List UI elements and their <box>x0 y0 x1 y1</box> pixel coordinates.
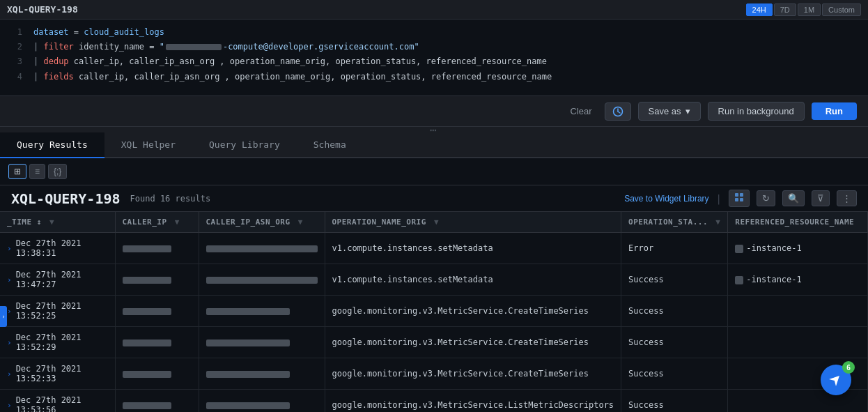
resource-icon <box>735 276 743 284</box>
clock-button[interactable] <box>605 102 631 121</box>
svg-line-2 <box>618 112 620 113</box>
refresh-icon-button[interactable]: ↻ <box>757 190 775 206</box>
tab-xql-helper[interactable]: XQL Helper <box>104 132 192 158</box>
redacted-ip <box>123 402 171 409</box>
cell-asn-org <box>199 327 325 358</box>
cell-op-name: google.monitoring.v3.MetricService.Creat… <box>325 296 621 327</box>
tab-query-results[interactable]: Query Results <box>0 132 104 158</box>
cell-op-status: Success <box>621 327 728 358</box>
tab-schema[interactable]: Schema <box>297 132 363 158</box>
time-btn-1m[interactable]: 1M <box>798 3 821 16</box>
row-expand-icon[interactable]: › <box>7 369 12 379</box>
cell-time: ›Dec 27th 2021 13:52:25 <box>0 296 115 327</box>
table-row[interactable]: ›Dec 27th 2021 13:52:25google.monitoring… <box>0 296 868 327</box>
op-name-filter-icon[interactable]: ▼ <box>434 218 439 227</box>
header-actions: Save to Widget Library | ↻ 🔍 <box>624 190 857 207</box>
cell-op-status: Success <box>621 390 728 413</box>
cell-op-name: google.monitoring.v3.MetricService.Creat… <box>325 358 621 390</box>
time-filter-icon[interactable]: ▼ <box>49 218 54 227</box>
table-row[interactable]: ›Dec 27th 2021 13:53:56google.monitoring… <box>0 390 868 413</box>
line-content: | filter identity_name = "-compute@devel… <box>33 40 419 54</box>
cell-op-name: google.monitoring.v3.MetricService.ListM… <box>325 390 621 413</box>
col-header-op-name[interactable]: OPERATION_NAME_ORIG ▼ <box>325 212 621 233</box>
redacted-ip <box>123 371 171 378</box>
time-btn-24h[interactable]: 24H <box>746 3 773 16</box>
row-expand-icon[interactable]: › <box>7 338 12 347</box>
redacted-ip <box>123 277 171 284</box>
table-row[interactable]: ›Dec 27th 2021 13:47:27v1.compute.instan… <box>0 264 868 296</box>
format-table-button[interactable]: ⊞ <box>8 164 26 179</box>
action-toolbar: Clear Save as ▾ Run in background Run <box>0 96 868 127</box>
cell-asn-org <box>199 264 325 296</box>
fab-icon <box>829 372 843 388</box>
redacted-asn <box>206 308 290 315</box>
format-bar: ⊞ ≡ {;} <box>0 158 868 185</box>
cell-caller-ip <box>115 390 199 413</box>
fab-button[interactable]: 6 <box>821 365 851 395</box>
editor-line-3: 3 | dedup caller_ip, caller_ip_asn_org ,… <box>0 54 868 69</box>
row-expand-icon[interactable]: › <box>7 307 12 316</box>
line-number: 3 <box>6 55 22 68</box>
redacted-asn <box>206 277 318 284</box>
search-icon-button[interactable]: 🔍 <box>782 190 805 206</box>
save-as-button[interactable]: Save as ▾ <box>638 102 701 121</box>
format-json-button[interactable]: {;} <box>48 164 67 179</box>
clear-button[interactable]: Clear <box>565 103 598 119</box>
cell-ref-resource <box>728 327 868 358</box>
resize-handle[interactable]: ⋯ <box>0 127 868 132</box>
cell-time: ›Dec 27th 2021 13:52:33 <box>0 358 115 390</box>
run-background-button[interactable]: Run in background <box>708 102 805 121</box>
top-bar: XQL-QUERY-198 24H 7D 1M Custom <box>0 0 868 20</box>
expand-panel-button[interactable]: › <box>0 306 7 327</box>
line-content: dataset = cloud_audit_logs <box>33 26 164 39</box>
query-name-row: XQL-QUERY-198 Found 16 results <box>11 190 210 207</box>
asn-filter-icon[interactable]: ▼ <box>298 218 303 227</box>
query-editor[interactable]: 1 dataset = cloud_audit_logs 2 | filter … <box>0 20 868 96</box>
download-icon-button[interactable] <box>729 190 750 207</box>
more-icon-button[interactable]: ⋮ <box>837 190 857 206</box>
json-icon: {;} <box>54 167 61 176</box>
row-expand-icon[interactable]: › <box>7 275 12 284</box>
format-list-button[interactable]: ≡ <box>29 164 45 179</box>
cell-caller-ip <box>115 264 199 296</box>
tab-query-library[interactable]: Query Library <box>192 132 297 158</box>
run-button[interactable]: Run <box>812 102 857 120</box>
caller-ip-filter-icon[interactable]: ▼ <box>175 218 180 227</box>
table-row[interactable]: ›Dec 27th 2021 13:52:33google.monitoring… <box>0 358 868 390</box>
row-expand-icon[interactable]: › <box>7 244 12 253</box>
cell-caller-ip <box>115 358 199 390</box>
svg-rect-3 <box>735 193 738 197</box>
download-icon <box>734 194 744 204</box>
results-table: _TIME ↕ ▼ CALLER_IP ▼ CALLER_IP_ASN_ORG … <box>0 212 868 412</box>
list-icon: ≡ <box>35 167 40 176</box>
col-header-ref-resource[interactable]: REFERENCED_RESOURCE_NAME <box>728 212 868 233</box>
cell-op-status: Success <box>621 296 728 327</box>
cell-asn-org <box>199 296 325 327</box>
cell-ref-resource <box>728 390 868 413</box>
time-btn-custom[interactable]: Custom <box>822 3 861 16</box>
cell-op-name: v1.compute.instances.setMetadata <box>325 264 621 296</box>
svg-rect-6 <box>740 198 743 201</box>
row-expand-icon[interactable]: › <box>7 401 12 410</box>
col-header-asn-org[interactable]: CALLER_IP_ASN_ORG ▼ <box>199 212 325 233</box>
time-btn-7d[interactable]: 7D <box>774 3 796 16</box>
col-header-caller-ip[interactable]: CALLER_IP ▼ <box>115 212 199 233</box>
cell-asn-org <box>199 233 325 264</box>
col-header-time[interactable]: _TIME ↕ ▼ <box>0 212 115 233</box>
save-widget-button[interactable]: Save to Widget Library <box>624 194 708 204</box>
found-results-text: Found 16 results <box>130 194 211 204</box>
filter-icon-button[interactable]: ⊽ <box>812 190 830 206</box>
table-row[interactable]: ›Dec 27th 2021 13:38:31v1.compute.instan… <box>0 233 868 264</box>
cell-time: ›Dec 27th 2021 13:52:29 <box>0 327 115 358</box>
table-row[interactable]: ›Dec 27th 2021 13:52:29google.monitoring… <box>0 327 868 358</box>
cell-asn-org <box>199 358 325 390</box>
results-header: XQL-QUERY-198 Found 16 results Save to W… <box>0 185 868 212</box>
chevron-down-icon: ▾ <box>685 106 690 116</box>
op-status-filter-icon[interactable]: ▼ <box>715 218 720 227</box>
resource-icon <box>735 245 743 253</box>
line-number: 1 <box>6 26 22 39</box>
refresh-icon: ↻ <box>762 193 770 204</box>
col-header-op-status[interactable]: OPERATION_STA... ▼ <box>621 212 728 233</box>
resize-indicator: ⋯ <box>430 123 439 137</box>
redacted-ip <box>123 245 171 252</box>
